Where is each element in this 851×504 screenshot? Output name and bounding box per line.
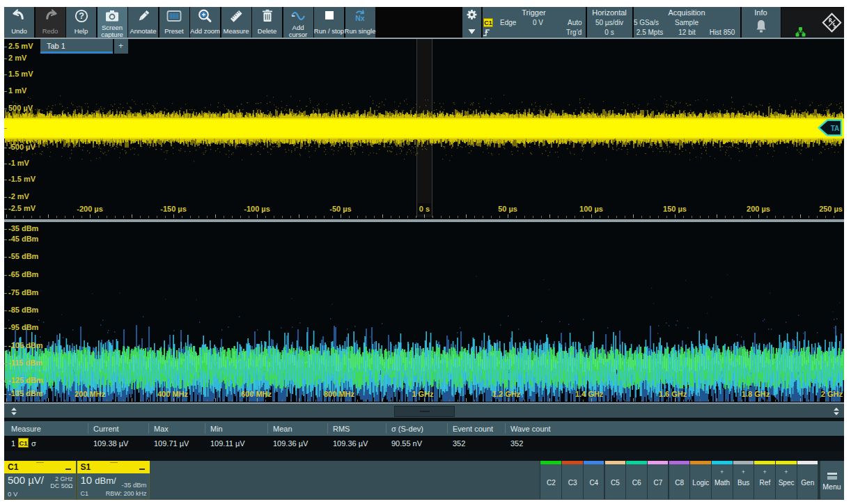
svg-text:TA: TA — [831, 125, 840, 132]
svg-text:?: ? — [79, 11, 84, 21]
svg-text:Nx: Nx — [355, 14, 365, 22]
